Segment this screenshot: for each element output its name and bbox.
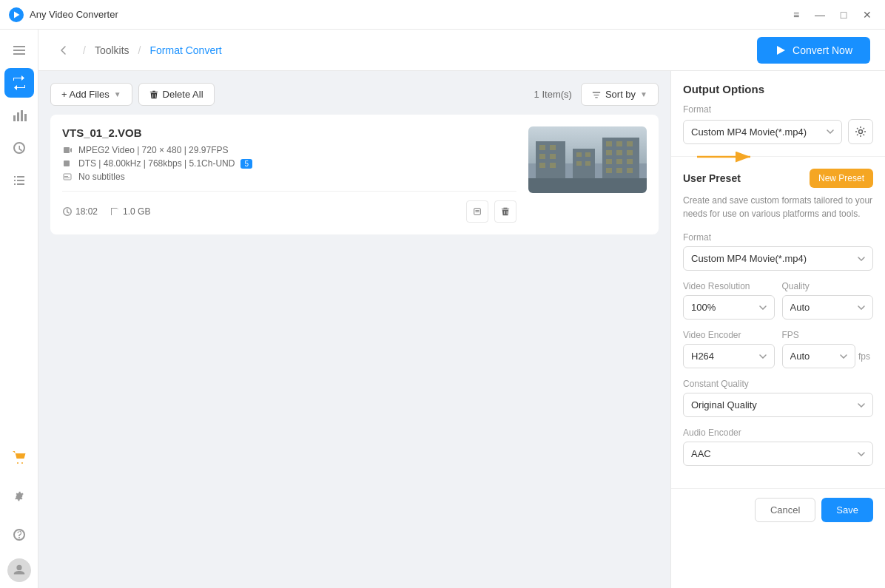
video-meta-row: MPEG2 Video | 720 × 480 | 29.97FPS xyxy=(62,145,516,155)
svg-rect-9 xyxy=(64,147,70,153)
format-settings-button[interactable] xyxy=(848,119,873,144)
quality-col: Quality Auto xyxy=(782,281,874,320)
video-res-select[interactable]: 100% xyxy=(683,295,775,320)
file-meta: MPEG2 Video | 720 × 480 | 29.97FPS DTS |… xyxy=(62,145,516,182)
svg-rect-3 xyxy=(13,53,25,55)
resolution-quality-row: Video Resolution 100% Quality Auto xyxy=(683,281,873,320)
new-preset-button[interactable]: New Preset xyxy=(810,169,873,188)
sort-button[interactable]: Sort by ▼ xyxy=(581,83,659,106)
audio-icon xyxy=(62,158,73,169)
subtitle-meta: No subtitles xyxy=(78,172,125,182)
user-preset-title: User Preset xyxy=(683,172,741,184)
svg-rect-2 xyxy=(13,50,25,51)
user-avatar[interactable] xyxy=(7,558,31,582)
user-preset-header: User Preset New Preset xyxy=(683,169,873,188)
convert-now-button[interactable]: Convert Now xyxy=(757,37,870,64)
fps-select[interactable]: Auto xyxy=(782,344,855,368)
user-preset-section: User Preset New Preset Create and save c… xyxy=(671,157,885,488)
svg-rect-5 xyxy=(17,112,19,121)
titlebar: Any Video Converter ≡ — □ ✕ xyxy=(0,0,885,30)
file-panel: + Add Files ▼ Delete All 1 Item(s) Sort … xyxy=(38,71,670,588)
add-files-dropdown-arrow: ▼ xyxy=(114,90,121,98)
svg-marker-0 xyxy=(14,11,20,18)
constant-quality-select[interactable]: Original Quality xyxy=(683,393,873,417)
save-button[interactable]: Save xyxy=(821,498,873,522)
format-select-row: Custom MP4 Movie(*.mp4) xyxy=(683,119,873,144)
sidebar-item-cart[interactable] xyxy=(4,443,34,473)
add-files-label: + Add Files xyxy=(61,89,110,100)
file-actions xyxy=(466,200,516,223)
user-preset-desc: Create and save custom formats tailored … xyxy=(683,194,873,220)
quality-label: Quality xyxy=(782,281,874,291)
fps-label: FPS xyxy=(782,330,874,340)
file-stats: 18:02 1.0 GB xyxy=(62,206,150,217)
delete-all-button[interactable]: Delete All xyxy=(138,83,215,106)
format-select[interactable]: Custom MP4 Movie(*.mp4) xyxy=(683,120,842,144)
item-count: 1 Item(s) xyxy=(534,89,572,100)
file-toolbar: + Add Files ▼ Delete All 1 Item(s) Sort … xyxy=(50,83,659,106)
format2-select[interactable]: Custom MP4 Movie(*.mp4) xyxy=(683,246,873,271)
video-icon xyxy=(62,145,73,155)
svg-marker-8 xyxy=(777,46,785,55)
minimize-btn[interactable]: — xyxy=(811,6,829,24)
output-title: Output Options xyxy=(683,83,873,95)
subtitle-meta-row: No subtitles xyxy=(62,172,516,182)
output-panel: Output Options Format Custom MP4 Movie(*… xyxy=(670,71,885,588)
file-name: VTS_01_2.VOB xyxy=(62,126,516,139)
sort-dropdown-arrow: ▼ xyxy=(640,90,647,98)
titlebar-controls: ≡ — □ ✕ xyxy=(787,6,876,24)
breadcrumb-active: Format Convert xyxy=(149,44,221,56)
resolution-col: Video Resolution 100% xyxy=(683,281,775,320)
video-encoder-select[interactable]: H264 xyxy=(683,344,775,368)
file-toolbar-right: 1 Item(s) Sort by ▼ xyxy=(534,83,659,106)
audio-meta-row: DTS | 48.00kHz | 768kbps | 5.1Ch-UND 5 xyxy=(62,158,516,169)
sidebar-item-settings[interactable] xyxy=(4,481,34,511)
close-btn[interactable]: ✕ xyxy=(858,6,876,24)
audio-encoder-select[interactable]: AAC xyxy=(683,442,873,466)
cancel-button[interactable]: Cancel xyxy=(755,498,815,522)
svg-rect-7 xyxy=(24,114,27,121)
maximize-btn[interactable]: □ xyxy=(835,6,852,24)
settings-titlebar-btn[interactable]: ≡ xyxy=(787,6,805,24)
file-footer: 18:02 1.0 GB xyxy=(62,191,516,223)
audio-badge: 5 xyxy=(240,159,252,169)
encoder-fps-row: Video Encoder H264 FPS Auto fps xyxy=(683,330,873,368)
clip-button[interactable] xyxy=(466,200,488,223)
delete-label: Delete All xyxy=(163,89,203,100)
duration-stat: 18:02 xyxy=(62,206,98,217)
sidebar-item-convert[interactable] xyxy=(4,68,34,98)
fps-col: FPS Auto fps xyxy=(782,330,874,368)
app-icon xyxy=(9,7,24,22)
add-files-button[interactable]: + Add Files ▼ xyxy=(50,83,132,106)
sidebar-item-history[interactable] xyxy=(4,133,34,163)
sidebar-item-help[interactable] xyxy=(4,520,34,550)
svg-rect-16 xyxy=(475,210,479,211)
format2-group: Format Custom MP4 Movie(*.mp4) xyxy=(683,232,873,271)
sidebar-bottom xyxy=(4,443,34,582)
size-value: 1.0 GB xyxy=(123,206,150,217)
back-btn[interactable] xyxy=(53,40,74,61)
quality-select[interactable]: Auto xyxy=(782,295,874,320)
breadcrumb-toolkits[interactable]: Toolkits xyxy=(95,44,129,56)
breadcrumb-sep2: / xyxy=(138,44,141,56)
sidebar-item-tasks[interactable] xyxy=(4,166,34,195)
titlebar-left: Any Video Converter xyxy=(9,7,118,22)
svg-marker-10 xyxy=(70,148,72,152)
delete-item-button[interactable] xyxy=(494,200,516,223)
constant-quality-group: Constant Quality Original Quality xyxy=(683,379,873,417)
sidebar-item-analytics[interactable] xyxy=(4,101,34,130)
audio-encoder-label: Audio Encoder xyxy=(683,428,873,438)
encoder-col: Video Encoder H264 xyxy=(683,330,775,368)
breadcrumb-sep1: / xyxy=(83,44,86,56)
format-label: Format xyxy=(683,104,873,115)
output-footer: Cancel Save xyxy=(671,488,885,531)
sidebar-item-menu[interactable] xyxy=(4,36,34,65)
format2-label: Format xyxy=(683,232,873,243)
output-header: Output Options xyxy=(671,71,885,95)
size-stat: 1.0 GB xyxy=(110,206,150,217)
svg-rect-14 xyxy=(64,178,70,178)
fps-unit: fps xyxy=(858,351,870,362)
subtitle-icon xyxy=(62,172,73,182)
sort-label: Sort by xyxy=(605,89,636,100)
duration-value: 18:02 xyxy=(75,206,98,217)
